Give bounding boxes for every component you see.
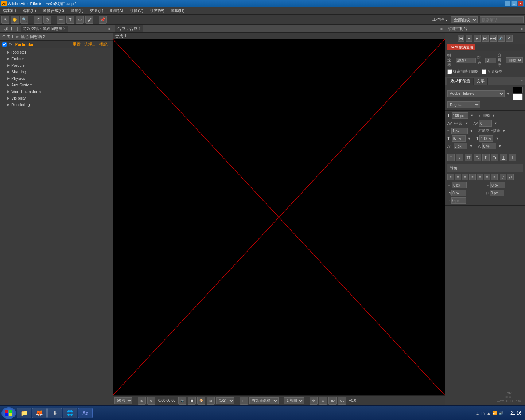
comp-res-btn[interactable]: ⊡ xyxy=(207,397,215,405)
list-item[interactable]: ▶ World Transform xyxy=(0,88,113,95)
effect-enable-checkbox[interactable] xyxy=(2,42,7,47)
justify-left-btn[interactable]: ≡ xyxy=(469,174,476,180)
strikethrough-btn[interactable]: T xyxy=(509,154,516,161)
comp-camera-btn[interactable]: 📷 xyxy=(178,397,186,405)
taskbar-ae-btn[interactable]: Ae xyxy=(78,408,93,418)
list-item[interactable]: ▶ Rendering xyxy=(0,101,113,108)
fill-color-swatch[interactable] xyxy=(513,87,523,93)
minimize-button[interactable]: ─ xyxy=(505,1,510,6)
tracking-input[interactable] xyxy=(479,120,492,127)
tool-text[interactable]: T xyxy=(66,16,74,24)
leading-input[interactable] xyxy=(451,128,468,134)
allcaps-btn[interactable]: TT xyxy=(465,154,472,161)
taskbar-explorer-btn[interactable]: 📁 xyxy=(17,408,31,418)
search-help-input[interactable] xyxy=(480,16,524,23)
align-right-btn[interactable]: ≡ xyxy=(462,174,468,180)
first-indent-input[interactable] xyxy=(451,197,466,204)
skew-arrow[interactable]: ▼ xyxy=(498,144,502,148)
tab-effects-presets[interactable]: 效果和預置 xyxy=(447,78,474,85)
from-start-label[interactable]: 從當前時間開始 xyxy=(447,69,479,74)
v-scale-arrow[interactable]: ▼ xyxy=(495,137,499,140)
comp-color-btn[interactable]: 🎨 xyxy=(197,397,205,405)
tab-effect-controls[interactable]: 特效控制台: 黑色 固態層 2 xyxy=(21,26,68,32)
comp-grid-btn[interactable]: ⊞ xyxy=(138,397,146,405)
justify-all-btn[interactable]: ≡ xyxy=(491,174,498,180)
sub-btn[interactable]: T₂ xyxy=(491,154,498,161)
indent-left-input[interactable] xyxy=(452,182,467,188)
from-start-checkbox[interactable] xyxy=(447,69,452,74)
comp-snapshot-btn[interactable]: 🔲 xyxy=(188,397,196,405)
tool-shape[interactable]: ▭ xyxy=(76,16,84,24)
tool-paint[interactable]: 🖌 xyxy=(85,16,93,24)
tray-help-icon[interactable]: ? xyxy=(483,411,485,415)
paragraph-tab[interactable]: 段落 xyxy=(450,166,458,171)
close-button[interactable]: ✕ xyxy=(518,1,524,6)
align-center-btn[interactable]: ≡ xyxy=(455,174,461,180)
comp-safe-zones-btn[interactable]: ⊞ xyxy=(319,397,327,405)
comp-view-options-btn[interactable]: ⚙ xyxy=(310,397,318,405)
list-item[interactable]: ▶ Visibility xyxy=(0,95,113,101)
leading-sel-arrow[interactable]: ▼ xyxy=(470,129,473,133)
menu-composition[interactable]: 圖像合成(C) xyxy=(41,8,66,13)
comp-3d-btn[interactable]: 3D xyxy=(328,397,337,405)
baseline-input[interactable] xyxy=(454,143,467,149)
effect-bookmark-btn[interactable]: 播記... xyxy=(99,42,110,47)
italic-btn[interactable]: T xyxy=(456,154,463,161)
list-item[interactable]: ▶ Particle xyxy=(0,62,113,69)
justify-right-btn[interactable]: ≡ xyxy=(484,174,490,180)
res-select[interactable]: 自動 xyxy=(506,57,523,63)
menu-layer[interactable]: 圖層(L) xyxy=(69,8,85,13)
comp-opengl-btn[interactable]: GL xyxy=(338,397,346,405)
tab-project[interactable]: 項目 xyxy=(2,25,15,32)
views-select[interactable]: 1 視圖 xyxy=(284,397,304,404)
font-name-select[interactable]: Adobe Hebrew xyxy=(447,90,505,97)
zoom-select[interactable]: 50 % xyxy=(114,397,132,404)
tool-camera-orbit[interactable]: ◎ xyxy=(43,16,51,24)
smallcaps-btn[interactable]: Tt xyxy=(474,154,481,161)
preview-prev-btn[interactable]: ◀ xyxy=(466,35,472,42)
align-dir2-btn[interactable]: ⇄ xyxy=(507,174,514,180)
menu-effect[interactable]: 效果(T) xyxy=(89,8,105,13)
align-left-btn[interactable]: ≡ xyxy=(447,174,454,180)
h-scale-input[interactable] xyxy=(452,135,466,142)
preview-last-btn[interactable]: ▶▶| xyxy=(490,35,497,42)
tray-network-icon[interactable]: 📶 xyxy=(492,411,497,415)
skew-input[interactable] xyxy=(482,143,496,149)
bold-btn[interactable]: T xyxy=(447,154,455,161)
justify-center-btn[interactable]: ≡ xyxy=(477,174,483,180)
kerning-arrow[interactable]: ▼ xyxy=(465,121,468,125)
right-panel-menu[interactable]: ≡ xyxy=(521,79,523,83)
leading-arrow[interactable]: ▼ xyxy=(492,114,495,117)
menu-edit[interactable]: 編輯(E) xyxy=(21,8,38,13)
baseline-arrow[interactable]: ▼ xyxy=(470,144,473,148)
effect-about-btn[interactable]: 退場... xyxy=(84,42,96,47)
maximize-button[interactable]: □ xyxy=(511,1,517,6)
full-res-label[interactable]: 全分辨率 xyxy=(482,69,502,74)
panel-menu-btn[interactable]: ≡ xyxy=(108,27,110,31)
preview-audio-btn[interactable]: 🔊 xyxy=(498,35,505,42)
taskbar-arrow-btn[interactable]: ⬇ xyxy=(47,408,62,418)
font-style-select[interactable]: Regular xyxy=(447,101,480,108)
taskbar-firefox-btn[interactable]: 🦊 xyxy=(32,408,47,418)
menu-view[interactable]: 視圖(V) xyxy=(128,8,145,13)
tool-rotate[interactable]: ↺ xyxy=(34,16,42,24)
underline-btn[interactable]: T xyxy=(500,154,507,161)
preview-loop-btn[interactable]: ↺ xyxy=(506,35,513,42)
tray-speaker-icon[interactable]: 🔊 xyxy=(499,411,504,415)
full-res-checkbox[interactable] xyxy=(482,69,486,74)
menu-animation[interactable]: 動畫(A) xyxy=(109,8,125,13)
tool-select[interactable]: ↖ xyxy=(1,16,9,24)
align-dir-btn[interactable]: ⇌ xyxy=(500,174,506,180)
tab-composition[interactable]: 合成：合成 1 xyxy=(115,25,143,32)
taskbar-vpn-btn[interactable]: 🌐 xyxy=(63,408,77,418)
skip-input[interactable] xyxy=(485,58,496,63)
workspace-select[interactable]: 全部面板 xyxy=(451,16,478,23)
tool-pin[interactable]: 📌 xyxy=(99,16,107,24)
size-arrow[interactable]: ▼ xyxy=(470,114,474,117)
menu-window[interactable]: 視窗(W) xyxy=(148,8,166,13)
comp-region-btn[interactable]: ▢ xyxy=(240,397,248,405)
tool-hand[interactable]: ✋ xyxy=(11,16,19,24)
menu-file[interactable]: 檔案(F) xyxy=(1,8,18,13)
camera-select[interactable]: 有效攝像機 xyxy=(249,397,279,404)
resolution-select[interactable]: (1/2) xyxy=(216,397,234,404)
